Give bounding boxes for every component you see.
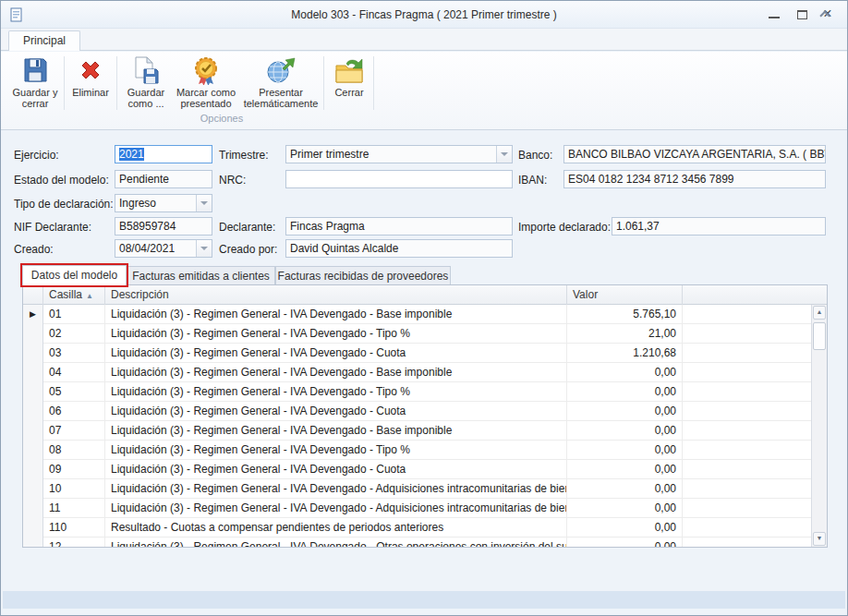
cell-valor[interactable]: 0,00 — [567, 518, 683, 537]
table-row[interactable]: 03 Liquidación (3) - Regimen General - I… — [23, 344, 811, 363]
creado-por-label: Creado por: — [219, 243, 277, 256]
tab-facturas-recibidas[interactable]: Facturas recibidas de proveedores — [275, 266, 451, 285]
header-casilla[interactable]: Casilla▲ — [43, 285, 105, 305]
cell-casilla[interactable]: 05 — [43, 382, 105, 402]
importe-declarado-field[interactable]: 1.061,37 — [612, 217, 826, 236]
table-row[interactable]: 12 Liquidación (3) - Regimen General - I… — [23, 537, 811, 548]
cell-casilla[interactable]: 12 — [43, 537, 105, 548]
table-row[interactable]: 09 Liquidación (3) - Regimen General - I… — [23, 460, 811, 479]
cell-descripcion[interactable]: Liquidación (3) - Regimen General - IVA … — [105, 305, 567, 324]
declarante-field[interactable]: Fincas Pragma — [285, 217, 513, 236]
creado-date-dropdown[interactable]: 08/04/2021 — [115, 239, 212, 258]
table-row[interactable]: 07 Liquidación (3) - Regimen General - I… — [23, 421, 811, 441]
cell-descripcion[interactable]: Liquidación (3) - Regimen General - IVA … — [105, 499, 567, 518]
ejercicio-field[interactable]: 2021 — [115, 145, 212, 163]
minimize-button[interactable] — [762, 6, 786, 24]
nif-declarante-field[interactable]: B58959784 — [115, 217, 212, 236]
cell-descripcion[interactable]: Liquidación (3) - Regimen General - IVA … — [105, 363, 567, 382]
table-row[interactable]: 11 Liquidación (3) - Regimen General - I… — [23, 499, 811, 518]
cell-valor[interactable]: 21,00 — [567, 324, 683, 344]
cell-casilla[interactable]: 110 — [43, 518, 105, 537]
cell-descripcion[interactable]: Liquidación (3) - Regimen General - IVA … — [105, 402, 567, 421]
header-casilla-label: Casilla — [49, 288, 82, 301]
table-row[interactable]: ▶ 01 Liquidación (3) - Regimen General -… — [23, 305, 811, 324]
chevron-down-icon[interactable] — [496, 146, 512, 163]
nif-declarante-value: B58959784 — [119, 220, 176, 233]
chevron-down-icon[interactable] — [196, 240, 212, 257]
row-indicator — [23, 363, 43, 382]
cell-empty — [683, 499, 811, 518]
cell-valor[interactable]: 0,00 — [567, 537, 683, 548]
banco-field[interactable]: BANCO BILBAO VIZCAYA ARGENTARIA, S.A. ( … — [563, 145, 826, 163]
cell-descripcion[interactable]: Liquidación (3) - Regimen General - IVA … — [105, 537, 567, 548]
cell-valor[interactable]: 0,00 — [567, 363, 683, 382]
scroll-down-button[interactable]: ▼ — [813, 532, 826, 546]
tab-principal[interactable]: Principal — [8, 30, 80, 51]
cell-casilla[interactable]: 03 — [43, 344, 105, 363]
cell-descripcion[interactable]: Liquidación (3) - Regimen General - IVA … — [105, 479, 567, 499]
cell-descripcion[interactable]: Liquidación (3) - Regimen General - IVA … — [105, 421, 567, 441]
maximize-button[interactable] — [790, 6, 814, 24]
header-valor[interactable]: Valor — [567, 285, 683, 305]
cell-descripcion[interactable]: Resultado - Cuotas a compensar pendiente… — [105, 518, 567, 537]
cell-valor[interactable]: 0,00 — [567, 441, 683, 460]
table-row[interactable]: 06 Liquidación (3) - Regimen General - I… — [23, 402, 811, 421]
cell-casilla[interactable]: 09 — [43, 460, 105, 479]
cell-descripcion[interactable]: Liquidación (3) - Regimen General - IVA … — [105, 460, 567, 479]
close-folder-icon — [334, 55, 364, 85]
tipo-declaracion-dropdown[interactable]: Ingreso — [115, 194, 212, 212]
tab-datos-del-modelo[interactable]: Datos del modelo — [22, 265, 127, 285]
cell-casilla[interactable]: 06 — [43, 402, 105, 421]
mark-presented-button[interactable]: Marcar como presentado — [174, 54, 238, 114]
cell-valor[interactable]: 0,00 — [567, 479, 683, 499]
creado-por-field[interactable]: David Quintas Alcalde — [285, 239, 513, 258]
save-and-close-button[interactable]: Guardar y cerrar — [8, 54, 62, 114]
cell-casilla[interactable]: 11 — [43, 499, 105, 518]
importe-declarado-value: 1.061,37 — [616, 220, 660, 233]
scrollbar-thumb[interactable] — [813, 322, 826, 350]
scroll-up-button[interactable]: ▲ — [813, 306, 826, 320]
table-row[interactable]: 110 Resultado - Cuotas a compensar pendi… — [23, 518, 811, 537]
nrc-field[interactable] — [285, 170, 513, 188]
iban-field[interactable]: ES04 0182 1234 8712 3456 7899 — [563, 170, 826, 188]
cell-casilla[interactable]: 02 — [43, 324, 105, 344]
cell-descripcion[interactable]: Liquidación (3) - Regimen General - IVA … — [105, 344, 567, 363]
present-online-button[interactable]: Presentar telemáticamente — [240, 54, 321, 114]
cell-valor[interactable]: 1.210,68 — [567, 344, 683, 363]
cell-valor[interactable]: 0,00 — [567, 460, 683, 479]
cell-valor[interactable]: 5.765,10 — [567, 305, 683, 324]
header-descripcion[interactable]: Descripción — [105, 285, 567, 305]
cell-casilla[interactable]: 10 — [43, 479, 105, 499]
close-form-button[interactable]: Cerrar — [327, 54, 371, 114]
save-icon — [20, 55, 50, 85]
table-row[interactable]: 02 Liquidación (3) - Regimen General - I… — [23, 324, 811, 344]
status-strip — [3, 591, 845, 609]
cell-valor[interactable]: 0,00 — [567, 421, 683, 441]
header-empty — [683, 285, 811, 305]
table-row[interactable]: 10 Liquidación (3) - Regimen General - I… — [23, 479, 811, 499]
iban-label: IBAN: — [518, 174, 547, 187]
cell-descripcion[interactable]: Liquidación (3) - Regimen General - IVA … — [105, 382, 567, 402]
cell-descripcion[interactable]: Liquidación (3) - Regimen General - IVA … — [105, 441, 567, 460]
table-row[interactable]: 05 Liquidación (3) - Regimen General - I… — [23, 382, 811, 402]
estado-field[interactable]: Pendiente — [115, 170, 212, 188]
cell-descripcion[interactable]: Liquidación (3) - Regimen General - IVA … — [105, 324, 567, 344]
nrc-label: NRC: — [219, 174, 246, 187]
delete-button[interactable]: Eliminar — [67, 54, 115, 114]
cell-casilla[interactable]: 01 — [43, 305, 105, 324]
save-as-button[interactable]: Guardar como ... — [120, 54, 172, 114]
cell-valor[interactable]: 0,00 — [567, 382, 683, 402]
table-row[interactable]: 04 Liquidación (3) - Regimen General - I… — [23, 363, 811, 382]
ejercicio-label: Ejercicio: — [14, 149, 59, 162]
tab-facturas-emitidas[interactable]: Facturas emitidas a clientes — [127, 266, 275, 285]
chevron-down-icon[interactable] — [196, 195, 212, 211]
cell-casilla[interactable]: 04 — [43, 363, 105, 382]
cell-casilla[interactable]: 08 — [43, 441, 105, 460]
close-form-label: Cerrar — [334, 87, 363, 98]
cell-valor[interactable]: 0,00 — [567, 402, 683, 421]
cell-casilla[interactable]: 07 — [43, 421, 105, 441]
table-row[interactable]: 08 Liquidación (3) - Regimen General - I… — [23, 441, 811, 460]
trimestre-dropdown[interactable]: Primer trimestre — [285, 145, 513, 163]
cell-valor[interactable]: 0,00 — [567, 499, 683, 518]
vertical-scrollbar[interactable]: ▲ ▼ — [811, 305, 827, 547]
